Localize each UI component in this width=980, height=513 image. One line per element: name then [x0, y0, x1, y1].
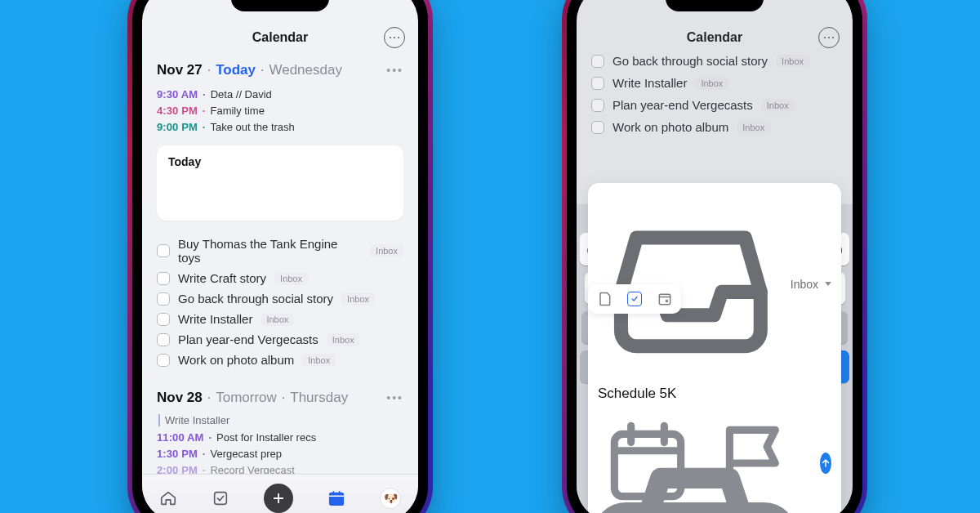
event-row[interactable]: 1:30 PM· Vergecast prep: [157, 446, 403, 462]
plus-icon: [271, 491, 286, 506]
tasks-today: Buy Thomas the Tank Engine toysInbox Wri…: [157, 237, 403, 367]
tab-bar: 🐶: [142, 474, 418, 513]
nav-bar: Calendar: [577, 18, 853, 57]
day-header-tomorrow: Nov 28 · Tomorrow · Thursday •••: [157, 390, 403, 406]
phone-right: Calendar Go back through social storyInb…: [567, 0, 862, 513]
task-row[interactable]: Plan year-end VergecastsInbox: [157, 332, 403, 346]
nav-bar: Calendar: [142, 18, 418, 57]
task-row[interactable]: Buy Thomas the Tank Engine toysInbox: [157, 237, 403, 265]
today-card-title: Today: [168, 155, 392, 168]
checkbox[interactable]: [157, 354, 170, 367]
events-tomorrow: 11:00 AM· Post for Installer recs 1:30 P…: [157, 430, 403, 479]
checkbox[interactable]: [591, 77, 604, 90]
task-row[interactable]: Write Craft storyInbox: [157, 271, 403, 285]
day-tag-tomorrow: Tomorrow: [216, 390, 277, 406]
checkbox[interactable]: [591, 121, 604, 134]
compose-list-label: Inbox: [791, 278, 818, 291]
list-badge: Inbox: [341, 292, 375, 306]
event-row[interactable]: 11:00 AM· Post for Installer recs: [157, 430, 403, 446]
tasks-list: Go back through social storyInbox Write …: [577, 54, 853, 142]
more-options-button[interactable]: [384, 27, 405, 48]
list-badge: Inbox: [302, 354, 336, 367]
task-row[interactable]: Plan year-end VergecastsInbox: [591, 98, 838, 112]
day-dow: Wednesday: [269, 62, 341, 78]
day-date: Nov 28: [157, 390, 203, 406]
task-row[interactable]: Write InstallerInbox: [591, 76, 838, 90]
chevron-down-icon: [825, 282, 831, 286]
events-today: 9:30 AM· Deta // David 4:30 PM· Family t…: [157, 87, 403, 136]
list-badge: Inbox: [761, 99, 795, 112]
checkbox[interactable]: [157, 313, 170, 326]
list-badge: Inbox: [695, 77, 728, 90]
more-options-button[interactable]: [818, 27, 840, 48]
task-row[interactable]: Write InstallerInbox: [157, 312, 403, 326]
checkbox[interactable]: [591, 99, 604, 112]
checkbox[interactable]: [157, 333, 170, 346]
ellipsis-icon: [828, 37, 831, 39]
event-row[interactable]: 9:00 PM· Take out the trash: [157, 119, 403, 136]
check-square-icon: [212, 489, 229, 507]
dynamic-island: [231, 0, 329, 11]
checkbox[interactable]: [157, 272, 170, 285]
ellipsis-icon: [394, 37, 396, 39]
calendar-scroll[interactable]: Nov 27 · Today · Wednesday ••• 9:30 AM· …: [142, 57, 418, 513]
day-date: Nov 27: [157, 62, 203, 78]
screen-left: Calendar Nov 27 · Today · Wednesday ••• …: [142, 0, 418, 513]
checkbox[interactable]: [157, 244, 170, 257]
today-empty-card[interactable]: Today: [157, 145, 403, 221]
list-badge: Inbox: [737, 121, 770, 134]
avatar-icon: 🐶: [384, 492, 398, 505]
list-badge: Inbox: [261, 313, 294, 326]
calendar-icon: [327, 489, 345, 507]
tab-home[interactable]: [159, 489, 177, 507]
checkbox[interactable]: [157, 292, 170, 306]
task-row[interactable]: Work on photo albumInbox: [591, 120, 838, 134]
page-title: Calendar: [687, 30, 742, 45]
home-icon: [159, 489, 177, 507]
page-title: Calendar: [252, 30, 308, 45]
tab-profile[interactable]: 🐶: [380, 488, 401, 509]
list-badge: Inbox: [274, 272, 308, 285]
screen-right: Calendar Go back through social storyInb…: [577, 0, 853, 513]
event-row[interactable]: 4:30 PM· Family time: [157, 103, 403, 119]
dynamic-island: [666, 0, 764, 11]
list-badge: Inbox: [327, 333, 360, 346]
task-row[interactable]: Go back through social storyInbox: [157, 292, 403, 306]
day-tag-today: Today: [216, 62, 256, 78]
task-row[interactable]: Work on photo albumInbox: [157, 353, 403, 367]
add-task-button[interactable]: [264, 484, 293, 513]
day-more-button[interactable]: •••: [386, 64, 403, 77]
phone-left: Calendar Nov 27 · Today · Wednesday ••• …: [132, 0, 428, 513]
discard-button[interactable]: [577, 291, 833, 513]
tab-calendar[interactable]: [327, 489, 345, 507]
svg-rect-1: [330, 493, 344, 505]
day-header-today: Nov 27 · Today · Wednesday •••: [157, 62, 403, 78]
event-row[interactable]: 9:30 AM· Deta // David: [157, 87, 403, 103]
day-more-button[interactable]: •••: [386, 391, 403, 404]
day-note[interactable]: Write Installer: [158, 414, 403, 426]
tab-tasks[interactable]: [212, 489, 229, 507]
day-dow: Thursday: [290, 390, 348, 406]
svg-rect-0: [215, 492, 227, 504]
list-badge: Inbox: [370, 244, 403, 257]
